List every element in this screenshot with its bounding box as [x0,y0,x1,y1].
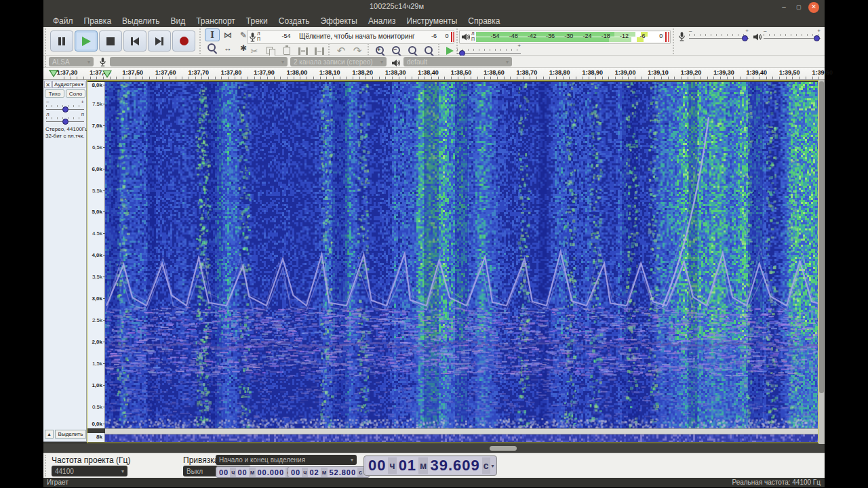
mute-button[interactable]: Тихо [45,89,64,98]
microphone-icon [249,32,256,45]
gain-slider[interactable]: −+ [46,104,84,113]
pan-slider[interactable]: лп [46,116,84,125]
menu-item[interactable]: Анализ [363,15,401,27]
toolbar-grip[interactable] [673,28,675,54]
menu-item[interactable]: Вид [165,15,191,27]
time-segment[interactable]: 00 [218,468,230,477]
time-segment[interactable]: ч [302,468,308,477]
time-segment[interactable]: 00 [366,457,388,474]
menu-item[interactable]: Эффекты [315,15,363,27]
input-volume-thumb[interactable] [742,35,748,41]
menu-item[interactable]: Правка [79,15,117,27]
sel-start-field[interactable]: 00ч00м00.000с▾ [216,466,298,478]
time-segment[interactable]: 00.000 [256,468,285,477]
zoom-selection-icon [408,45,418,56]
meter-tick-label: -24 [583,33,591,39]
time-segment[interactable]: с [482,458,490,474]
timeline-label: 1:39,50 [779,69,800,76]
toolbar-grip[interactable] [438,43,441,56]
time-segment[interactable]: м [249,468,256,477]
sel-end-field[interactable]: 00ч02м52.800с▾ [288,466,370,478]
timeline-label: 1:38,40 [418,69,439,76]
menu-item[interactable]: Выделить [117,15,165,27]
time-segment[interactable]: с [357,468,363,477]
time-segment[interactable]: 52.800 [328,468,357,477]
pan-thumb[interactable] [62,119,68,125]
vertical-scrollbar[interactable] [818,80,825,444]
time-shift-tool[interactable]: ↔ [220,41,235,54]
time-segment[interactable]: 39.609 [428,457,481,474]
input-volume-slider[interactable]: –+ [689,33,749,42]
toolbar-grip[interactable] [328,43,331,56]
menu-item[interactable]: Справка [462,15,505,27]
toolbar-grip[interactable] [45,28,47,54]
time-segment[interactable]: м [321,468,328,477]
track-select-button[interactable]: Выделить [55,430,86,439]
project-rate-select[interactable]: 44100▾ [52,466,127,476]
record-button[interactable] [172,30,195,52]
time-segment[interactable]: м [418,458,428,474]
audio-position-display[interactable]: 00ч01м39.609с▾ [363,455,497,476]
title-bar[interactable]: 100225с14ч29м – ▢ ✕ [43,0,825,15]
minimize-button[interactable]: – [778,2,789,13]
chevron-down-icon[interactable]: ▾ [492,463,494,469]
time-segment[interactable]: 01 [397,457,418,474]
meter-tick-label: -48 [509,33,518,39]
track-name-menu[interactable]: Аудиотрек▾ [52,81,85,88]
monitoring-hint[interactable]: Щёлкните, чтобы начать мониторинг [299,33,415,40]
device-toolbar: ALSA▾ ▾ 2 канала записи (стерео)▾ defaul… [43,56,825,68]
spectrogram-view-ch2[interactable] [105,434,818,442]
time-segment[interactable]: ч [230,468,236,477]
record-channel-right: П [257,37,260,42]
menu-item[interactable]: Файл [47,15,79,27]
skip-to-start-button[interactable] [123,30,146,52]
output-volume-thumb[interactable] [814,35,820,41]
recording-channels-select[interactable]: 2 канала записи (стерео)▾ [290,57,387,66]
toolbar-grip[interactable] [199,28,202,54]
meter-tick-label: -54 [490,33,499,39]
spectrogram-view[interactable] [105,82,818,428]
freq-ruler[interactable]: 8,0k7.5k7,0k6,5k6,0k5,5k5,0k4.5k4,0k3,5k… [87,82,105,428]
time-segment[interactable]: 00 [290,468,302,477]
selection-tool[interactable]: I [205,28,220,41]
maximize-button[interactable]: ▢ [793,2,804,13]
recording-meter[interactable]: Л П -54 Щёлкните, чтобы начать мониторин… [247,30,454,44]
playhead-indicator[interactable] [102,70,112,78]
magnifier-icon [207,43,218,54]
toolbar-dock: I ⋈ ✎ ↔ ✱ Л П -54 Щёлкните, чтобы начать… [43,27,825,56]
track-area: ✕ Аудиотрек▾ Тихо Соло −+ лп Стерео, 441… [43,80,825,444]
recording-device-select[interactable]: ▾ [110,57,288,66]
menu-item[interactable]: Инструменты [401,15,463,27]
toolbar-grip[interactable] [45,56,47,67]
vertical-scrollbar-thumb[interactable] [819,81,824,393]
skip-to-end-button[interactable] [148,30,171,52]
time-segment[interactable]: 02 [308,468,320,477]
toolbar-grip[interactable] [45,455,47,476]
toolbar-grip[interactable] [368,43,370,56]
audio-host-select[interactable]: ALSA▾ [49,57,94,66]
meter-tick-label: -36 [546,33,555,39]
menu-item[interactable]: Транспорт [191,15,241,27]
play-button[interactable] [75,30,98,52]
time-segment[interactable]: ч [388,458,396,474]
close-button[interactable]: ✕ [808,2,819,13]
envelope-tool[interactable]: ⋈ [220,28,235,41]
stop-button[interactable] [99,30,122,52]
menu-item[interactable]: Создать [273,15,315,27]
playback-device-select[interactable]: default▾ [403,57,512,66]
track-collapse-button[interactable]: ▴ [45,430,54,439]
menu-item[interactable]: Треки [241,15,273,27]
track-close-button[interactable]: ✕ [44,81,52,88]
output-volume-slider[interactable]: –+ [764,33,821,42]
channel-separator[interactable] [105,428,818,434]
timeline-ruler[interactable]: 1:37,301:37,401:37,501:37,601:37,701:37,… [43,68,825,80]
playback-meter[interactable]: Л П -54-48-42-36-30-24-18-12-60 [459,30,671,44]
solo-button[interactable]: Соло [66,89,85,98]
gain-thumb[interactable] [62,106,68,113]
horizontal-scrollbar-thumb[interactable] [490,446,517,451]
pause-button[interactable] [50,30,73,52]
selection-mode-select[interactable]: Начало и конец выделения▾ [216,455,357,465]
zoom-tool[interactable] [205,41,220,54]
horizontal-scrollbar[interactable] [43,444,825,453]
time-segment[interactable]: 00 [236,468,248,477]
